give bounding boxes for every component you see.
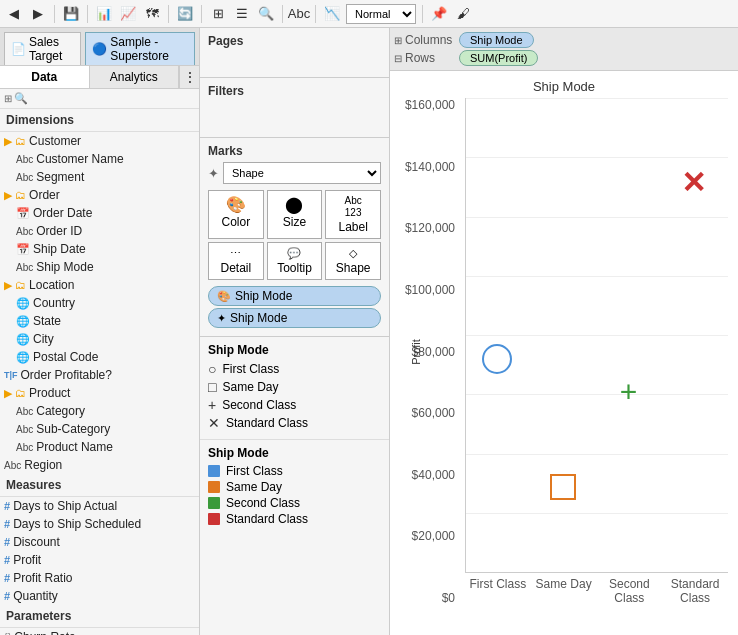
msr-days-actual[interactable]: # Days to Ship Actual <box>0 497 199 515</box>
marks-color-btn[interactable]: 🎨 Color <box>208 190 264 239</box>
color-box-first <box>208 465 220 477</box>
dim-country[interactable]: 🌐 Country <box>0 294 199 312</box>
param-icon: {} <box>4 631 11 635</box>
msr-profit-ratio[interactable]: # Profit Ratio <box>0 569 199 587</box>
x-axis-labels: First Class Same Day SecondClass Standar… <box>465 573 728 605</box>
marks-section: Marks ✦ Shape 🎨 Color ⬤ Size Abc123 L <box>200 138 389 337</box>
shape-legend-title: Ship Mode <box>208 343 381 357</box>
dim-state[interactable]: 🌐 State <box>0 312 199 330</box>
back-icon[interactable]: ◀ <box>4 4 24 24</box>
dim-order-folder[interactable]: ▶ 🗂 Order <box>0 186 199 204</box>
ytick-140k: $140,000 <box>405 160 455 174</box>
pin-icon[interactable]: 📌 <box>429 4 449 24</box>
rows-pill[interactable]: SUM(Profit) <box>459 50 538 66</box>
grid-line-6 <box>466 513 728 514</box>
mark-first-class[interactable] <box>482 344 512 374</box>
dim-order-profitable[interactable]: T|F Order Profitable? <box>0 366 199 384</box>
marks-type-dropdown[interactable]: Shape <box>223 162 381 184</box>
dim-product-name[interactable]: Abc Product Name <box>0 438 199 456</box>
legend-shape-standard: ✕ Standard Class <box>208 415 381 431</box>
param-churn[interactable]: {} Churn Rate <box>0 628 199 635</box>
shelf-area: ⊞ Columns Ship Mode ⊟ Rows SUM(Profit) <box>390 28 738 71</box>
msr-quantity[interactable]: # Quantity <box>0 587 199 605</box>
rows-icon[interactable]: ☰ <box>232 4 252 24</box>
datasource-superstore[interactable]: 🔵 Sample - Superstore <box>85 32 195 65</box>
msr-days-scheduled[interactable]: # Days to Ship Scheduled <box>0 515 199 533</box>
marks-tooltip-btn[interactable]: 💬 Tooltip <box>267 242 323 280</box>
globe-icon: 🌐 <box>16 333 30 346</box>
rows-shelf: ⊟ Rows SUM(Profit) <box>394 50 734 66</box>
search-icon[interactable]: 🔍 <box>14 92 28 105</box>
dim-city[interactable]: 🌐 City <box>0 330 199 348</box>
filter-icon[interactable]: 🔍 <box>256 4 276 24</box>
color-legend-title: Ship Mode <box>208 446 381 460</box>
marks-detail-btn[interactable]: ⋯ Detail <box>208 242 264 280</box>
marks-label-btn[interactable]: Abc123 Label <box>325 190 381 239</box>
globe-icon: 🌐 <box>16 315 30 328</box>
columns-pill[interactable]: Ship Mode <box>459 32 534 48</box>
grid-icon[interactable]: ⊞ <box>208 4 228 24</box>
columns-label: ⊞ Columns <box>394 33 459 47</box>
marks-shape-btn[interactable]: ◇ Shape <box>325 242 381 280</box>
hash-icon: # <box>4 518 10 530</box>
brush-icon[interactable]: 🖌 <box>453 4 473 24</box>
marks-size-btn[interactable]: ⬤ Size <box>267 190 323 239</box>
dim-customer-folder[interactable]: ▶ 🗂 Customer <box>0 132 199 150</box>
msr-profit[interactable]: # Profit <box>0 551 199 569</box>
dim-product-folder[interactable]: ▶ 🗂 Product <box>0 384 199 402</box>
filters-section: Filters <box>200 78 389 138</box>
ytick-40k: $40,000 <box>412 468 455 482</box>
color-pill[interactable]: 🎨 Ship Mode <box>208 286 381 306</box>
left-panel-tabs: Data Analytics ⋮ <box>0 66 199 89</box>
mark-same-day[interactable] <box>550 474 576 500</box>
marks-label: Marks <box>208 144 381 158</box>
mid-panel: Pages Filters Marks ✦ Shape 🎨 Color ⬤ <box>200 28 390 635</box>
sep7 <box>422 5 423 23</box>
dim-order-id[interactable]: Abc Order ID <box>0 222 199 240</box>
sep6 <box>315 5 316 23</box>
map-icon[interactable]: 🗺 <box>142 4 162 24</box>
dim-ship-mode[interactable]: Abc Ship Mode <box>0 258 199 276</box>
toolbar: ◀ ▶ 💾 📊 📈 🗺 🔄 ⊞ ☰ 🔍 Abc 📉 Normal 📌 🖌 <box>0 0 738 28</box>
grid-line-1 <box>466 157 728 158</box>
dim-sub-category[interactable]: Abc Sub-Category <box>0 420 199 438</box>
file-icon: 📄 <box>11 42 26 56</box>
text-icon[interactable]: Abc <box>289 4 309 24</box>
line-chart-icon[interactable]: 📈 <box>118 4 138 24</box>
dim-customer-name[interactable]: Abc Customer Name <box>0 150 199 168</box>
shape-plus-icon: + <box>208 397 216 413</box>
dim-postal-code[interactable]: 🌐 Postal Code <box>0 348 199 366</box>
grid-line-5 <box>466 454 728 455</box>
dim-region[interactable]: Abc Region <box>0 456 199 474</box>
dim-view-toggle[interactable]: ⊞ <box>4 93 12 104</box>
abc-icon: Abc <box>16 262 33 273</box>
chart-container: Profit $160,000 $140,000 $120,000 $100,0… <box>390 98 738 635</box>
dim-segment[interactable]: Abc Segment <box>0 168 199 186</box>
dim-location-folder[interactable]: ▶ 🗂 Location <box>0 276 199 294</box>
shape-square-icon: □ <box>208 379 216 395</box>
tab-data[interactable]: Data <box>0 66 90 88</box>
chart-type-icon[interactable]: 📉 <box>322 4 342 24</box>
mode-dropdown[interactable]: Normal <box>346 4 416 24</box>
datasource-sales-target[interactable]: 📄 Sales Target <box>4 32 81 65</box>
hash-icon: # <box>4 572 10 584</box>
shape-circle-icon: ○ <box>208 361 216 377</box>
bar-chart-icon[interactable]: 📊 <box>94 4 114 24</box>
dim-order-date[interactable]: 📅 Order Date <box>0 204 199 222</box>
refresh-icon[interactable]: 🔄 <box>175 4 195 24</box>
abc-icon: Abc <box>16 406 33 417</box>
save-icon[interactable]: 💾 <box>61 4 81 24</box>
mark-standard-class[interactable]: ✕ <box>681 168 706 198</box>
forward-icon[interactable]: ▶ <box>28 4 48 24</box>
tab-analytics[interactable]: Analytics <box>90 66 180 88</box>
xlabel-same: Same Day <box>534 577 594 605</box>
shape-pill[interactable]: ✦ Ship Mode <box>208 308 381 328</box>
sep3 <box>168 5 169 23</box>
msr-discount[interactable]: # Discount <box>0 533 199 551</box>
mark-second-class[interactable]: + <box>620 377 638 407</box>
dim-category[interactable]: Abc Category <box>0 402 199 420</box>
size-icon: ⬤ <box>285 195 303 214</box>
abc-icon: Abc <box>16 442 33 453</box>
left-panel-menu[interactable]: ⋮ <box>179 66 199 88</box>
dim-ship-date[interactable]: 📅 Ship Date <box>0 240 199 258</box>
